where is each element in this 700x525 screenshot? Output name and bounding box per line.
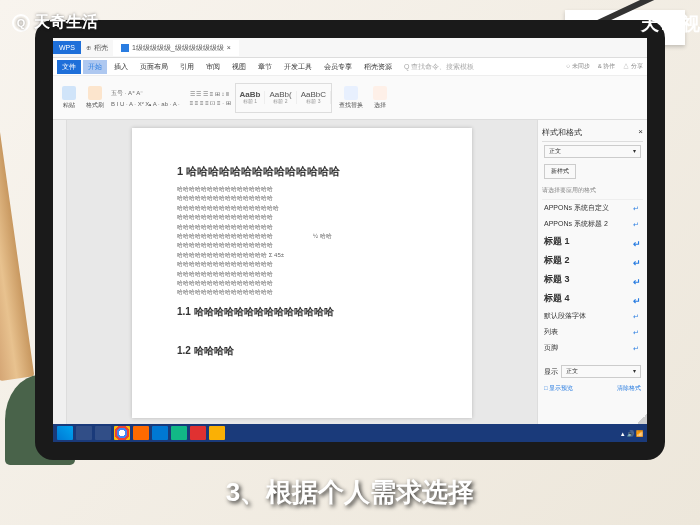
menu-insert[interactable]: 插入	[109, 60, 133, 74]
tab-close-icon[interactable]: ×	[227, 44, 231, 51]
menu-right-group: ○ 未同步 & 协作 △ 分享	[566, 62, 643, 71]
style-item-h2[interactable]: 标题 2↵	[542, 251, 643, 270]
task-explorer[interactable]	[95, 426, 111, 440]
heading-1-2: 1.2 哈哈哈哈	[177, 344, 427, 358]
menu-view[interactable]: 视图	[227, 60, 251, 74]
menu-dev[interactable]: 开发工具	[279, 60, 317, 74]
panel-section-label: 请选择要应用的格式	[542, 182, 643, 200]
style-item[interactable]: APPONs 系统标题 2↵	[542, 216, 643, 232]
pencil-decor	[0, 99, 34, 381]
task-app3[interactable]	[190, 426, 206, 440]
style-item[interactable]: 列表↵	[542, 324, 643, 340]
clear-format-button[interactable]: 清除格式	[617, 384, 641, 393]
task-app2[interactable]	[171, 426, 187, 440]
document-area: 1 哈哈哈哈哈哈哈哈哈哈哈哈哈哈 哈哈哈哈哈哈哈哈哈哈哈哈哈哈哈哈 哈哈哈哈哈哈…	[53, 120, 647, 426]
search-commands[interactable]: Q 查找命令、搜索模板	[399, 60, 479, 74]
body-text: 哈哈哈哈哈哈哈哈哈哈哈哈哈哈哈哈	[177, 185, 427, 193]
task-wps[interactable]	[152, 426, 168, 440]
paste-icon	[62, 86, 76, 100]
screen: WPS ⊕ 稻壳 1级级级级级_级级级级级级级 × 文件 开始 插入 页面布局 …	[53, 38, 647, 442]
body-text: 哈哈哈哈哈哈哈哈哈哈哈哈哈哈哈哈	[177, 288, 427, 296]
paste-group[interactable]: 粘贴	[59, 86, 79, 110]
style-item-h4[interactable]: 标题 4↵	[542, 289, 643, 308]
menu-review[interactable]: 审阅	[201, 60, 225, 74]
task-app1[interactable]	[133, 426, 149, 440]
style-preview-3[interactable]: AaBbC标题 3	[297, 91, 331, 104]
vertical-ruler[interactable]	[53, 120, 67, 426]
body-text: 哈哈哈哈哈哈哈哈哈哈哈哈哈哈哈哈	[177, 223, 427, 231]
doc-icon	[121, 44, 129, 52]
body-text: 哈哈哈哈哈哈哈哈哈哈哈哈哈哈哈哈	[177, 270, 427, 278]
menu-layout[interactable]: 页面布局	[135, 60, 173, 74]
windows-taskbar: ▲ 🔊 📶	[53, 424, 647, 442]
paragraph-controls[interactable]: ☰ ☰ ☰ ≡ ⊞ ↕ Ⅱ ≡ ≡ ≡ ≡ ⊡ ≡ · ⊞	[190, 90, 231, 106]
find-replace[interactable]: 查找替换	[336, 86, 366, 110]
menu-resources[interactable]: 稻壳资源	[359, 60, 397, 74]
menu-bar: 文件 开始 插入 页面布局 引用 审阅 视图 章节 开发工具 会员专享 稻壳资源…	[53, 58, 647, 76]
panel-title: 样式和格式 ×	[542, 124, 643, 142]
body-text: 哈哈哈哈哈哈哈哈哈哈哈哈哈哈哈哈	[177, 260, 427, 268]
watermark-logo-icon: Q	[12, 14, 30, 32]
font-controls[interactable]: 五号 · A⁺ A⁻ B I U · A · X² X₂ A · ab · A …	[111, 89, 180, 107]
watermark-topright: 天奇·视	[641, 12, 700, 36]
styles-panel: 样式和格式 × 正文▾ 新样式 请选择要应用的格式 APPONs 系统自定义↵ …	[537, 120, 647, 426]
styles-gallery[interactable]: AaBb标题 1 AaBb(标题 2 AaBbC标题 3	[235, 83, 332, 113]
body-text: 哈哈哈哈哈哈哈哈哈哈哈哈哈哈哈哈	[177, 241, 427, 249]
find-icon	[344, 86, 358, 100]
body-text: 哈哈哈哈哈哈哈哈哈哈哈哈哈哈哈哈	[177, 194, 427, 202]
template-tab[interactable]: ⊕ 稻壳	[81, 43, 113, 53]
window-titlebar: WPS ⊕ 稻壳 1级级级级级_级级级级级级级 ×	[53, 38, 647, 58]
body-text-sum: 哈哈哈哈哈哈哈哈哈哈哈哈哈哈哈 Σ 45±	[177, 251, 427, 259]
select-tool[interactable]: 选择	[370, 86, 390, 110]
document-page[interactable]: 1 哈哈哈哈哈哈哈哈哈哈哈哈哈哈 哈哈哈哈哈哈哈哈哈哈哈哈哈哈哈哈 哈哈哈哈哈哈…	[132, 128, 472, 418]
show-preview-check[interactable]: □ 显示预览	[544, 384, 573, 393]
heading-1-1: 1.1 哈哈哈哈哈哈哈哈哈哈哈哈哈哈	[177, 305, 427, 319]
style-item-h3[interactable]: 标题 3↵	[542, 270, 643, 289]
panel-close-icon[interactable]: ×	[638, 127, 643, 138]
heading-1: 1 哈哈哈哈哈哈哈哈哈哈哈哈哈哈	[177, 164, 427, 179]
menu-file[interactable]: 文件	[57, 60, 81, 74]
body-text: 哈哈哈哈哈哈哈哈哈哈哈哈哈哈哈哈	[177, 279, 427, 287]
body-text: 哈哈哈哈哈哈哈哈哈哈哈哈哈哈哈哈½ 哈哈	[177, 232, 427, 240]
body-text: 哈哈哈哈哈哈哈哈哈哈哈哈哈哈哈哈	[177, 213, 427, 221]
menu-section[interactable]: 章节	[253, 60, 277, 74]
style-preview-2[interactable]: AaBb(标题 2	[265, 91, 296, 104]
brush-icon	[88, 86, 102, 100]
style-item[interactable]: 默认段落字体↵	[542, 308, 643, 324]
task-chrome[interactable]	[114, 426, 130, 440]
video-caption: 3、根据个人需求选择	[0, 475, 700, 510]
style-item[interactable]: 页脚↵	[542, 340, 643, 356]
task-search[interactable]	[76, 426, 92, 440]
menu-member[interactable]: 会员专享	[319, 60, 357, 74]
app-badge: WPS	[53, 41, 81, 54]
menu-start[interactable]: 开始	[83, 60, 107, 74]
select-icon	[373, 86, 387, 100]
system-tray[interactable]: ▲ 🔊 📶	[620, 430, 643, 437]
new-style-button[interactable]: 新样式	[544, 164, 576, 179]
brush-group[interactable]: 格式刷	[83, 86, 107, 110]
start-button[interactable]	[57, 426, 73, 440]
monitor-frame: WPS ⊕ 稻壳 1级级级级级_级级级级级级级 × 文件 开始 插入 页面布局 …	[35, 20, 665, 460]
show-filter-select[interactable]: 正文▾	[561, 365, 641, 378]
collab-button[interactable]: & 协作	[598, 62, 616, 71]
body-text: 哈哈哈哈哈哈哈哈哈哈哈哈哈哈哈哈哈	[177, 204, 427, 212]
style-preview-1[interactable]: AaBb标题 1	[236, 91, 266, 104]
share-button[interactable]: △ 分享	[623, 62, 643, 71]
watermark-topleft: Q 天奇生活	[12, 12, 98, 33]
menu-references[interactable]: 引用	[175, 60, 199, 74]
sync-status[interactable]: ○ 未同步	[566, 62, 589, 71]
page-scroll[interactable]: 1 哈哈哈哈哈哈哈哈哈哈哈哈哈哈 哈哈哈哈哈哈哈哈哈哈哈哈哈哈哈哈 哈哈哈哈哈哈…	[67, 120, 537, 426]
current-style-select[interactable]: 正文▾	[544, 145, 641, 158]
task-app4[interactable]	[209, 426, 225, 440]
style-item-h1[interactable]: 标题 1↵	[542, 232, 643, 251]
document-tab[interactable]: 1级级级级级_级级级级级级级 ×	[113, 40, 239, 56]
style-item[interactable]: APPONs 系统自定义↵	[542, 200, 643, 216]
doc-name: 1级级级级级_级级级级级级级	[132, 43, 224, 53]
ribbon-toolbar: 粘贴 格式刷 五号 · A⁺ A⁻ B I U · A · X² X₂ A · …	[53, 76, 647, 120]
